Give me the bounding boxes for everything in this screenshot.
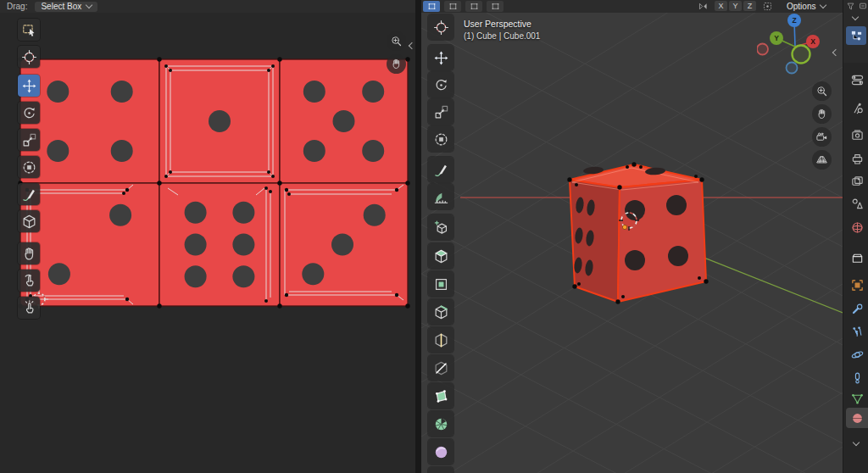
dice-cube-front-face[interactable] [618, 180, 706, 302]
select-mode-vertex-button[interactable] [423, 1, 440, 12]
properties-tab-render[interactable] [846, 125, 868, 145]
dice-cube[interactable] [567, 162, 708, 303]
outliner-filter-button[interactable] [845, 1, 856, 12]
properties-tab-collection[interactable] [846, 248, 868, 268]
viewport-zoom-button[interactable] [812, 81, 832, 101]
axis-y-label: Y [732, 2, 737, 10]
properties-tab-output[interactable] [846, 148, 868, 169]
properties-tab-object[interactable] [846, 275, 868, 295]
properties-tab-object-data[interactable] [846, 388, 868, 409]
properties-tab-world[interactable] [846, 217, 868, 237]
tool-rotate[interactable] [428, 72, 453, 97]
tool-pan-hand[interactable] [18, 242, 40, 264]
poly-build-icon [433, 388, 449, 404]
tool-cursor-3d[interactable] [428, 14, 453, 40]
properties-tab-material[interactable] [846, 408, 868, 428]
tool-smooth[interactable] [428, 439, 453, 465]
proportional-falloff-toggle[interactable] [760, 0, 774, 13]
uv-zoom-button[interactable] [387, 31, 406, 51]
collection-icon [851, 252, 864, 264]
properties-tab-scene[interactable] [846, 193, 868, 214]
tool-cursor-2d[interactable] [18, 46, 40, 68]
uv-pan-button[interactable] [387, 54, 406, 74]
tool-edge-slide[interactable] [428, 467, 453, 473]
tool-swipe-gesture[interactable] [18, 270, 40, 292]
tool-knife[interactable] [428, 355, 453, 381]
gizmo-minus-z-ball[interactable] [787, 63, 798, 74]
uv-dice-islands[interactable] [18, 57, 409, 308]
mirror-y-button[interactable]: Y [729, 1, 742, 11]
3d-viewport: X Y Z Options [421, 0, 843, 473]
select-mode-extra-button[interactable] [487, 1, 504, 12]
tool-spin[interactable] [428, 411, 453, 437]
tool-scale[interactable] [18, 129, 40, 151]
properties-tab-modifiers[interactable] [846, 298, 868, 319]
properties-tab-tool[interactable] [846, 97, 868, 118]
tool-rotate[interactable] [18, 102, 40, 124]
falloff-icon [762, 1, 773, 12]
select-mode-face-button[interactable] [465, 1, 482, 12]
outliner-selected-item[interactable] [846, 26, 866, 45]
tool-box-tool[interactable] [18, 210, 40, 232]
tool-measure[interactable] [428, 184, 453, 209]
scene-icon [851, 198, 864, 210]
tool-bevel[interactable] [428, 299, 453, 325]
viewport-pan-button[interactable] [812, 104, 832, 124]
options-dropdown[interactable]: Options [781, 1, 832, 11]
uv-corner-vertex [157, 303, 161, 308]
tool-transform[interactable] [428, 126, 453, 152]
tool-loop-cut[interactable] [428, 327, 453, 353]
uv-scene[interactable] [0, 13, 415, 473]
uv-face-4[interactable] [20, 59, 159, 183]
tool-extrude-region[interactable] [428, 243, 453, 269]
swipe-gesture-icon [21, 273, 37, 289]
tool-inset-faces[interactable] [428, 271, 453, 297]
mirror-z-button[interactable]: Z [743, 1, 756, 11]
spin-icon [433, 416, 449, 432]
add-cube-icon [433, 220, 449, 236]
gizmo-minus-x-ball[interactable] [757, 44, 768, 55]
tool-tap-gesture[interactable] [18, 297, 40, 319]
viewport-scene[interactable] [421, 13, 843, 473]
select-mode-edge-button[interactable] [444, 1, 461, 12]
move-icon [433, 50, 449, 66]
dice-pip [303, 81, 326, 103]
scene-hierarchy-icon [850, 30, 863, 42]
dice-pip [302, 263, 324, 285]
dice-pip [48, 263, 70, 285]
gizmo-minus-y-ball[interactable] [793, 46, 810, 64]
tool-annotate[interactable] [428, 157, 453, 182]
camera-view-icon [815, 131, 828, 143]
chevron-down-icon [86, 2, 92, 8]
viewport-toggle-grid-button[interactable] [812, 150, 832, 170]
mirror-x-button[interactable]: X [715, 1, 727, 11]
material-icon [851, 412, 864, 425]
uv-face-6[interactable] [159, 183, 280, 306]
viewport-canvas[interactable] [421, 13, 843, 473]
tool-poly-build[interactable] [428, 383, 453, 409]
properties-tab-physics[interactable] [846, 344, 868, 364]
outliner-collapse-chevron[interactable] [852, 14, 859, 20]
tool-move[interactable] [428, 45, 453, 70]
dice-pip [185, 265, 207, 287]
navigation-gizmo[interactable]: Z Y X [757, 7, 835, 81]
tool-move[interactable] [18, 75, 40, 97]
mirror-toggle[interactable] [696, 0, 709, 13]
properties-editor-type-button[interactable] [846, 70, 868, 90]
viewport-camera-view-button[interactable] [812, 127, 832, 147]
uv-face-2[interactable] [20, 183, 159, 306]
tool-scale[interactable] [428, 99, 453, 125]
tool-tweak-select[interactable] [18, 19, 40, 41]
properties-tab-view-layer[interactable] [846, 170, 868, 191]
properties-tabs-overflow-chevron[interactable] [853, 439, 860, 446]
tool-annotate[interactable] [18, 183, 40, 205]
properties-tab-constraints[interactable] [846, 367, 868, 387]
uv-tool-dropdown-value: Select Box [41, 2, 81, 11]
uv-canvas[interactable] [0, 13, 415, 473]
tool-transform[interactable] [18, 156, 40, 178]
tool-add-cube[interactable] [428, 214, 453, 240]
window-corner-icon[interactable] [858, 1, 868, 11]
properties-tab-particles[interactable] [846, 321, 868, 342]
uv-tool-dropdown[interactable]: Select Box [35, 2, 97, 12]
editor-divider[interactable] [415, 0, 421, 473]
